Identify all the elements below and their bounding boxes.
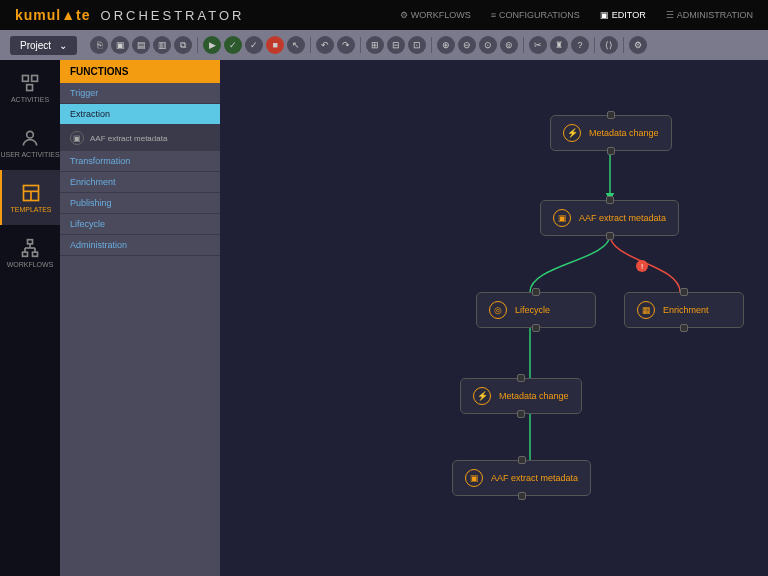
node-aaf-extract-2[interactable]: ▣ AAF extract metadata — [452, 460, 591, 496]
svg-point-3 — [27, 131, 34, 138]
bolt-icon: ⚡ — [563, 124, 581, 142]
port-in[interactable] — [607, 111, 615, 119]
toolbar-separator — [623, 37, 624, 53]
func-extraction[interactable]: Extraction — [60, 104, 220, 125]
func-enrichment[interactable]: Enrichment — [60, 172, 220, 193]
tool-zoomfit-icon[interactable]: ⊙ — [479, 36, 497, 54]
nav-editor[interactable]: ▣EDITOR — [600, 10, 646, 20]
port-in[interactable] — [532, 288, 540, 296]
nav-workflows[interactable]: ⚙WORKFLOWS — [400, 10, 471, 20]
port-in[interactable] — [606, 196, 614, 204]
tool-zoomout-icon[interactable]: ⊖ — [458, 36, 476, 54]
config-icon: ≡ — [491, 10, 496, 20]
tool-zoomin-icon[interactable]: ⊕ — [437, 36, 455, 54]
func-lifecycle[interactable]: Lifecycle — [60, 214, 220, 235]
error-badge-icon[interactable]: ! — [636, 260, 648, 272]
port-in[interactable] — [518, 456, 526, 464]
tool-cursor-icon[interactable]: ↖ — [287, 36, 305, 54]
port-out[interactable] — [532, 324, 540, 332]
port-in[interactable] — [517, 374, 525, 382]
sidebar-item-activities[interactable]: ACTIVITIES — [0, 60, 60, 115]
func-trigger[interactable]: Trigger — [60, 83, 220, 104]
brand-logo: kumul▲te — [15, 7, 91, 23]
brand-text2: te — [76, 7, 90, 23]
panel-header: FUNCTIONS — [60, 60, 220, 83]
workflow-canvas[interactable]: ⚡ Metadata change ▣ AAF extract metadata… — [220, 60, 768, 576]
port-out[interactable] — [518, 492, 526, 500]
main-area: ACTIVITIES USER ACTIVITIES TEMPLATES WOR… — [0, 60, 768, 576]
port-out[interactable] — [517, 410, 525, 418]
node-metadata-change-2[interactable]: ⚡ Metadata change — [460, 378, 582, 414]
toolbar-separator — [523, 37, 524, 53]
tool-check-icon[interactable]: ✓ — [245, 36, 263, 54]
tool-snap-icon[interactable]: ⊡ — [408, 36, 426, 54]
extract-icon: ▣ — [465, 469, 483, 487]
workflows-tree-icon — [20, 238, 40, 258]
svg-rect-7 — [28, 239, 33, 243]
node-aaf-extract-1[interactable]: ▣ AAF extract metadata — [540, 200, 679, 236]
port-in[interactable] — [680, 288, 688, 296]
svg-rect-9 — [33, 252, 38, 256]
user-icon — [20, 128, 40, 148]
app-header: kumul▲te ORCHESTRATOR ⚙WORKFLOWS ≡CONFIG… — [0, 0, 768, 30]
port-out[interactable] — [680, 324, 688, 332]
svg-rect-1 — [32, 75, 38, 81]
toolbar: Project ⌄ ⎘ ▣ ▤ ▥ ⧉ ▶ ✓ ✓ ■ ↖ ↶ ↷ ⊞ ⊟ ⊡ … — [0, 30, 768, 60]
tool-undo-icon[interactable]: ↶ — [316, 36, 334, 54]
tool-open-icon[interactable]: ⎘ — [90, 36, 108, 54]
enrichment-icon: ▦ — [637, 301, 655, 319]
tool-copy-icon[interactable]: ⧉ — [174, 36, 192, 54]
editor-icon: ▣ — [600, 10, 609, 20]
extract-icon: ▣ — [70, 131, 84, 145]
top-nav: ⚙WORKFLOWS ≡CONFIGURATIONS ▣EDITOR ☰ADMI… — [400, 10, 753, 20]
bolt-icon: ⚡ — [473, 387, 491, 405]
tool-settings-icon[interactable]: ⚙ — [629, 36, 647, 54]
toolbar-separator — [310, 37, 311, 53]
sidebar-item-user-activities[interactable]: USER ACTIVITIES — [0, 115, 60, 170]
brand-text1: kumul — [15, 7, 61, 23]
svg-rect-2 — [27, 84, 33, 90]
port-out[interactable] — [607, 147, 615, 155]
activities-icon — [20, 73, 40, 93]
svg-rect-0 — [23, 75, 29, 81]
tool-align-icon[interactable]: ⊞ — [366, 36, 384, 54]
tool-grid-icon[interactable]: ⊟ — [387, 36, 405, 54]
sidebar-item-templates[interactable]: TEMPLATES — [0, 170, 60, 225]
func-publishing[interactable]: Publishing — [60, 193, 220, 214]
node-lifecycle[interactable]: ◎ Lifecycle — [476, 292, 596, 328]
tool-import-icon[interactable]: ▥ — [153, 36, 171, 54]
tool-redo-icon[interactable]: ↷ — [337, 36, 355, 54]
port-out[interactable] — [606, 232, 614, 240]
node-enrichment[interactable]: ▦ Enrichment — [624, 292, 744, 328]
brand-triangle-icon: ▲ — [61, 7, 76, 23]
functions-panel: FUNCTIONS Trigger Extraction ▣ AAF extra… — [60, 60, 220, 576]
extract-icon: ▣ — [553, 209, 571, 227]
tool-zoom100-icon[interactable]: ⊚ — [500, 36, 518, 54]
func-sub-aaf[interactable]: ▣ AAF extract metadata — [60, 125, 220, 151]
templates-icon — [21, 183, 41, 203]
left-sidebar: ACTIVITIES USER ACTIVITIES TEMPLATES WOR… — [0, 60, 60, 576]
func-administration[interactable]: Administration — [60, 235, 220, 256]
toolbar-separator — [197, 37, 198, 53]
nav-configurations[interactable]: ≡CONFIGURATIONS — [491, 10, 580, 20]
project-dropdown[interactable]: Project ⌄ — [10, 36, 77, 55]
tool-save-icon[interactable]: ▣ — [111, 36, 129, 54]
tool-export-icon[interactable]: ▤ — [132, 36, 150, 54]
tool-cut-icon[interactable]: ✂ — [529, 36, 547, 54]
admin-icon: ☰ — [666, 10, 674, 20]
lifecycle-icon: ◎ — [489, 301, 507, 319]
node-metadata-change-1[interactable]: ⚡ Metadata change — [550, 115, 672, 151]
tool-play-icon[interactable]: ▶ — [203, 36, 221, 54]
tool-tree-icon[interactable]: ♜ — [550, 36, 568, 54]
product-name: ORCHESTRATOR — [101, 8, 245, 23]
func-transformation[interactable]: Transformation — [60, 151, 220, 172]
tool-stop-icon[interactable]: ■ — [266, 36, 284, 54]
tool-help-icon[interactable]: ? — [571, 36, 589, 54]
svg-rect-8 — [23, 252, 28, 256]
nav-administration[interactable]: ☰ADMINISTRATION — [666, 10, 753, 20]
sidebar-item-workflows[interactable]: WORKFLOWS — [0, 225, 60, 280]
toolbar-separator — [594, 37, 595, 53]
toolbar-separator — [360, 37, 361, 53]
tool-validate-icon[interactable]: ✓ — [224, 36, 242, 54]
tool-expand-icon[interactable]: ⟨⟩ — [600, 36, 618, 54]
